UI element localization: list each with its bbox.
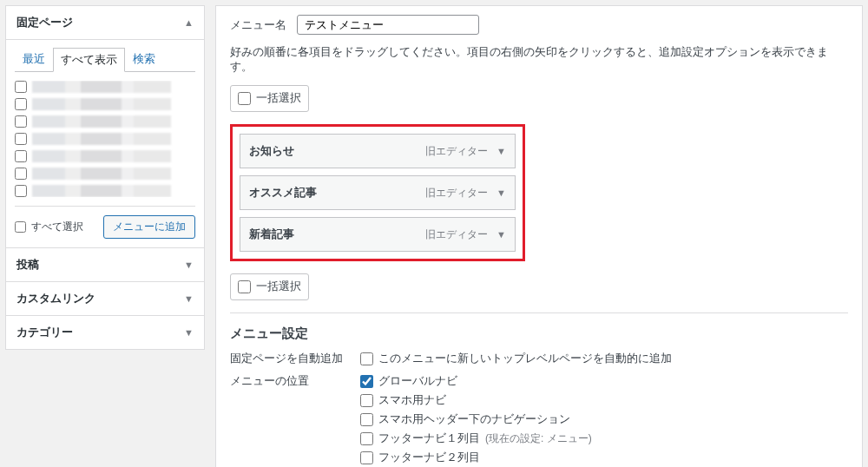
menu-location-checkbox[interactable]	[360, 413, 373, 426]
menu-items-highlight: お知らせ 旧エディター ▼ オススメ記事 旧エディター ▼ 新着記事 旧エディタ…	[230, 124, 525, 261]
menu-settings-heading: メニュー設定	[230, 326, 848, 342]
page-item[interactable]	[15, 185, 195, 197]
menu-location-checkbox[interactable]	[360, 432, 373, 445]
menu-location-option[interactable]: スマホ用ナビ	[360, 392, 848, 408]
tab-recent[interactable]: 最近	[15, 47, 53, 71]
menu-item-title: お知らせ	[249, 143, 425, 159]
drag-instruction: 好みの順番に各項目をドラッグしてください。項目の右側の矢印をクリックすると、追加…	[230, 45, 848, 75]
menu-item-type: 旧エディター	[425, 144, 488, 159]
caret-down-icon: ▼	[184, 260, 194, 270]
menu-item-title: 新着記事	[249, 227, 425, 242]
page-checkbox[interactable]	[15, 168, 27, 180]
panel-custom-link-title: カスタムリンク	[16, 291, 95, 306]
page-checkbox[interactable]	[15, 150, 27, 162]
panel-pages-title: 固定ページ	[16, 15, 73, 30]
chevron-down-icon[interactable]: ▼	[496, 229, 506, 240]
auto-add-label: 固定ページを自動追加	[230, 351, 360, 366]
menu-item[interactable]: お知らせ 旧エディター ▼	[240, 134, 516, 168]
menu-location-checkbox[interactable]	[360, 394, 373, 407]
menu-item[interactable]: オススメ記事 旧エディター ▼	[240, 175, 516, 210]
panel-posts: 投稿 ▼	[5, 247, 205, 282]
menu-location-label: スマホ用ナビ	[378, 392, 446, 408]
page-item[interactable]	[15, 98, 195, 110]
chevron-down-icon[interactable]: ▼	[496, 187, 506, 198]
page-item[interactable]	[15, 150, 195, 162]
page-checkbox[interactable]	[15, 133, 27, 145]
menu-location-option[interactable]: スマホ用ヘッダー下のナビゲーション	[360, 411, 848, 427]
bulk-select-checkbox[interactable]	[238, 92, 251, 105]
menu-location-option[interactable]: フッターナビ１列目 (現在の設定: メニュー)	[360, 431, 848, 446]
page-checkbox[interactable]	[15, 185, 27, 197]
panel-custom-link: カスタムリンク ▼	[5, 281, 205, 316]
menu-location-option[interactable]: フッターナビ２列目	[360, 450, 848, 465]
page-item[interactable]	[15, 168, 195, 180]
menu-location-checkbox[interactable]	[360, 451, 373, 464]
menu-item-type: 旧エディター	[425, 227, 488, 242]
panel-pages-header[interactable]: 固定ページ ▲	[6, 6, 204, 39]
bulk-select-top[interactable]: 一括選択	[230, 85, 309, 112]
page-checkbox[interactable]	[15, 98, 27, 110]
auto-add-checkbox[interactable]	[360, 352, 373, 365]
tab-search[interactable]: 検索	[125, 47, 163, 71]
menu-location-note: (現在の設定: メニュー)	[485, 431, 592, 446]
panel-category-title: カテゴリー	[16, 325, 73, 340]
menu-location-checkbox[interactable]	[360, 375, 373, 388]
page-list	[15, 81, 195, 197]
bulk-select-checkbox[interactable]	[238, 280, 251, 293]
panel-category-header[interactable]: カテゴリー ▼	[6, 316, 204, 349]
menu-location-label: フッターナビ１列目	[378, 431, 480, 446]
panel-posts-title: 投稿	[16, 257, 39, 273]
menu-item-title: オススメ記事	[249, 185, 425, 201]
page-checkbox[interactable]	[15, 81, 27, 93]
bulk-select-bottom[interactable]: 一括選択	[230, 273, 309, 300]
page-checkbox[interactable]	[15, 115, 27, 128]
panel-category: カテゴリー ▼	[5, 315, 205, 350]
location-label: メニューの位置	[230, 373, 360, 467]
menu-item[interactable]: 新着記事 旧エディター ▼	[240, 217, 516, 252]
menu-location-label: スマホ用ヘッダー下のナビゲーション	[378, 411, 570, 427]
select-all-checkbox[interactable]	[15, 221, 26, 233]
page-item[interactable]	[15, 133, 195, 145]
caret-up-icon: ▲	[184, 17, 194, 28]
menu-location-option[interactable]: グローバルナビ	[360, 373, 848, 389]
tab-all[interactable]: すべて表示	[53, 48, 125, 72]
caret-down-icon: ▼	[184, 327, 194, 338]
chevron-down-icon[interactable]: ▼	[496, 146, 506, 156]
menu-location-label: グローバルナビ	[378, 373, 457, 389]
menu-item-type: 旧エディター	[425, 186, 488, 201]
panel-custom-link-header[interactable]: カスタムリンク ▼	[6, 282, 204, 315]
add-to-menu-button[interactable]: メニューに追加	[103, 215, 195, 239]
menu-location-label: フッターナビ２列目	[378, 450, 480, 465]
panel-pages: 固定ページ ▲ 最近 すべて表示 検索	[5, 5, 205, 248]
menu-name-input[interactable]	[297, 15, 479, 35]
page-item[interactable]	[15, 115, 195, 128]
auto-add-option[interactable]: このメニューに新しいトップレベルページを自動的に追加	[360, 351, 848, 366]
select-all-label[interactable]: すべて選択	[15, 220, 83, 234]
panel-posts-header[interactable]: 投稿 ▼	[6, 248, 204, 281]
page-item[interactable]	[15, 81, 195, 93]
caret-down-icon: ▼	[184, 293, 194, 304]
menu-name-label: メニュー名	[230, 17, 286, 33]
